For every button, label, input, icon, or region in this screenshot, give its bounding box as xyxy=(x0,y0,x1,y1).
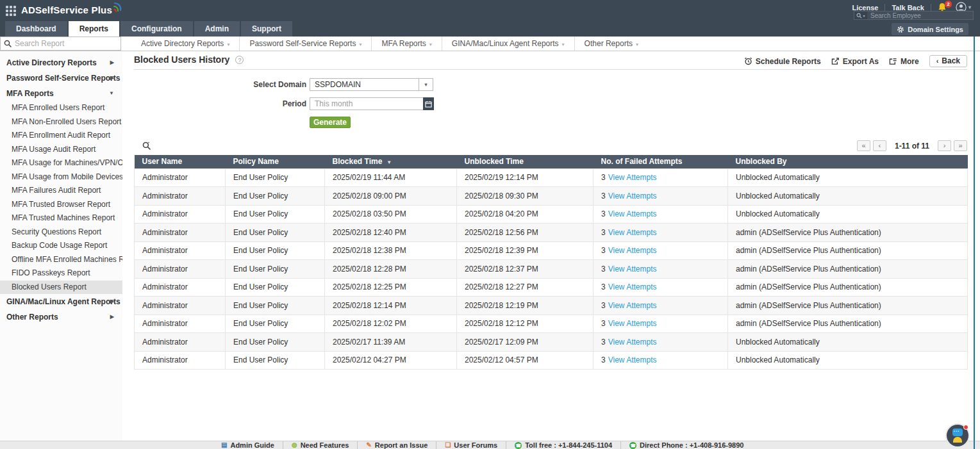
cell-user-name: Administrator xyxy=(135,224,226,242)
footer-link-label: Admin Guide xyxy=(230,441,274,449)
sidebar-item-security-questions-report[interactable]: Security Questions Report xyxy=(0,225,122,240)
table-row: AdministratorEnd User Policy2025/02/19 1… xyxy=(135,168,968,187)
prev-page-button[interactable]: ‹ xyxy=(873,140,886,151)
nav-gina-mac-linux-agent-reports[interactable]: GINA/Mac/Linux Agent Reports▾ xyxy=(442,37,574,51)
view-attempts-link[interactable]: View Attempts xyxy=(608,173,657,182)
calendar-icon[interactable] xyxy=(423,97,434,110)
sidebar-item-fido-passkeys-report[interactable]: FIDO Passkeys Report xyxy=(0,266,122,281)
view-attempts-link[interactable]: View Attempts xyxy=(608,246,657,255)
back-button[interactable]: ‹ Back xyxy=(929,55,967,67)
cell-failed-attempts: 3View Attempts xyxy=(594,224,728,242)
table-header-user-name[interactable]: User Name xyxy=(135,155,226,168)
sidebar-section-other-reports[interactable]: Other Reports▶ xyxy=(0,309,122,325)
view-attempts-link[interactable]: View Attempts xyxy=(608,228,657,237)
tab-reports[interactable]: Reports xyxy=(69,21,119,37)
license-link[interactable]: License xyxy=(852,4,878,12)
table-header-no-of-failed-attempts[interactable]: No. of Failed Attempts xyxy=(594,155,728,168)
schedule-reports-button[interactable]: Schedule Reports xyxy=(744,57,821,66)
nav-password-self-service-reports[interactable]: Password Self-Service Reports▾ xyxy=(239,37,371,51)
sidebar-item-mfa-non-enrolled-users-report[interactable]: MFA Non-Enrolled Users Report xyxy=(0,115,122,129)
period-input[interactable] xyxy=(310,97,423,110)
cell-policy-name: End User Policy xyxy=(226,351,325,370)
table-row: AdministratorEnd User Policy2025/02/18 0… xyxy=(135,205,968,224)
sidebar-item-backup-code-usage-report[interactable]: Backup Code Usage Report xyxy=(0,239,122,253)
table-search-icon[interactable] xyxy=(142,142,151,151)
sidebar-item-blocked-users-report[interactable]: Blocked Users Report xyxy=(0,281,122,295)
footer-link-need-features[interactable]: ◍Need Features xyxy=(283,441,358,449)
table-header-unblocked-time[interactable]: Unblocked Time xyxy=(457,155,594,168)
search-employee-scope-icon[interactable]: ▾ xyxy=(854,12,867,19)
chat-notification-dot xyxy=(963,425,968,430)
primary-tab-bar: DashboardReportsConfigurationAdminSuppor… xyxy=(0,21,980,37)
cell-blocked-time: 2025/02/17 11:39 AM xyxy=(325,333,457,352)
tab-support[interactable]: Support xyxy=(241,21,292,37)
nav-mfa-reports[interactable]: MFA Reports▾ xyxy=(371,37,441,51)
export-as-button[interactable]: Export As xyxy=(831,57,879,66)
domain-select[interactable]: SSPDOMAIN ▾ xyxy=(310,78,433,91)
table-row: AdministratorEnd User Policy2025/02/18 1… xyxy=(135,224,968,242)
sidebar-section-mfa-reports[interactable]: MFA Reports▼ xyxy=(0,86,122,101)
sidebar-item-mfa-trusted-browser-report[interactable]: MFA Trusted Browser Report xyxy=(0,198,122,212)
first-page-button[interactable]: « xyxy=(857,140,870,151)
sidebar-item-mfa-trusted-machines-report[interactable]: MFA Trusted Machines Report xyxy=(0,211,122,225)
more-button[interactable]: More xyxy=(889,57,919,66)
table-row: AdministratorEnd User Policy2025/02/18 1… xyxy=(135,297,968,315)
nav-active-directory-reports[interactable]: Active Directory Reports▾ xyxy=(131,37,239,51)
support-chat-widget[interactable] xyxy=(947,425,968,446)
report-issue-icon: ✎ xyxy=(366,442,371,448)
view-attempts-link[interactable]: View Attempts xyxy=(608,192,657,200)
cell-failed-attempts: 3View Attempts xyxy=(594,314,728,333)
footer-link-toll-free[interactable]: ☎Toll free : +1-844-245-1104 xyxy=(506,441,620,449)
footer-link-user-forums[interactable]: ❏User Forums xyxy=(436,441,506,449)
sidebar-section-active-directory-reports[interactable]: Active Directory Reports▶ xyxy=(0,55,122,70)
pagination: « ‹ 1-11 of 11 › » xyxy=(857,140,967,151)
view-attempts-link[interactable]: View Attempts xyxy=(608,265,657,273)
sidebar-item-mfa-usage-audit-report[interactable]: MFA Usage Audit Report xyxy=(0,143,122,157)
view-attempts-link[interactable]: View Attempts xyxy=(608,209,657,218)
domain-settings-button[interactable]: Domain Settings xyxy=(892,23,968,35)
next-page-button[interactable]: › xyxy=(938,140,951,151)
domain-settings-label: Domain Settings xyxy=(908,26,963,33)
sidebar-item-mfa-enrolled-users-report[interactable]: MFA Enrolled Users Report xyxy=(0,101,122,115)
last-page-button[interactable]: » xyxy=(954,140,967,151)
table-header-unblocked-by[interactable]: Unblocked By xyxy=(728,155,968,168)
view-attempts-link[interactable]: View Attempts xyxy=(608,319,657,328)
generate-button[interactable]: Generate xyxy=(310,117,351,128)
report-actions: Schedule Reports Export As More ‹ Back xyxy=(744,55,967,67)
nav-other-reports[interactable]: Other Reports▾ xyxy=(574,37,648,51)
app-launcher-icon[interactable] xyxy=(6,6,16,16)
sidebar-item-mfa-enrollment-audit-report[interactable]: MFA Enrollment Audit Report xyxy=(0,129,122,143)
tab-configuration[interactable]: Configuration xyxy=(120,21,193,37)
cell-unblocked-time: 2025/02/18 12:27 PM xyxy=(457,278,594,297)
view-attempts-link[interactable]: View Attempts xyxy=(608,355,657,364)
help-icon[interactable]: ? xyxy=(235,56,244,64)
phone-icon: ☎ xyxy=(629,442,636,449)
notification-badge: 2 xyxy=(945,1,952,8)
report-search-input[interactable] xyxy=(12,39,120,48)
footer-link-report-an-issue[interactable]: ✎Report an Issue xyxy=(357,441,436,449)
sidebar-item-offline-mfa-enrolled-machines-report[interactable]: Offline MFA Enrolled Machines Report xyxy=(0,253,122,267)
tab-admin[interactable]: Admin xyxy=(194,21,240,37)
talk-back-link[interactable]: Talk Back xyxy=(892,4,924,12)
cell-policy-name: End User Policy xyxy=(226,278,325,297)
search-employee-input[interactable] xyxy=(867,12,973,19)
view-attempts-link[interactable]: View Attempts xyxy=(608,301,657,310)
footer-link-admin-guide[interactable]: ▤Admin Guide xyxy=(213,441,283,449)
view-attempts-link[interactable]: View Attempts xyxy=(608,338,657,347)
view-attempts-link[interactable]: View Attempts xyxy=(608,282,657,291)
sidebar-section-gina-mac-linux-agent-reports[interactable]: GINA/Mac/Linux Agent Reports▶ xyxy=(0,294,122,309)
sidebar-item-mfa-usage-for-machines-vpn-owa[interactable]: MFA Usage for Machines/VPN/OWA xyxy=(0,156,122,170)
sidebar-section-password-self-service-reports[interactable]: Password Self-Service Reports▶ xyxy=(0,70,122,86)
footer-link-direct-phone[interactable]: ☎Direct Phone : +1-408-916-9890 xyxy=(620,441,752,449)
tab-dashboard[interactable]: Dashboard xyxy=(5,21,67,37)
brand-logo: ADSelfService Plus xyxy=(21,4,112,15)
cell-unblocked-by: Unblocked Automatically xyxy=(728,168,968,187)
cell-policy-name: End User Policy xyxy=(226,205,325,224)
sidebar-item-mfa-failures-audit-report[interactable]: MFA Failures Audit Report xyxy=(0,184,122,198)
sidebar-item-mfa-usage-from-mobile-devices[interactable]: MFA Usage from Mobile Devices xyxy=(0,170,122,184)
cell-user-name: Administrator xyxy=(135,351,226,370)
table-header-blocked-time[interactable]: Blocked Time▼ xyxy=(325,155,457,168)
table-header-policy-name[interactable]: Policy Name xyxy=(226,155,325,168)
user-forums-icon: ❏ xyxy=(445,442,451,448)
footer-link-label: Need Features xyxy=(301,441,349,449)
